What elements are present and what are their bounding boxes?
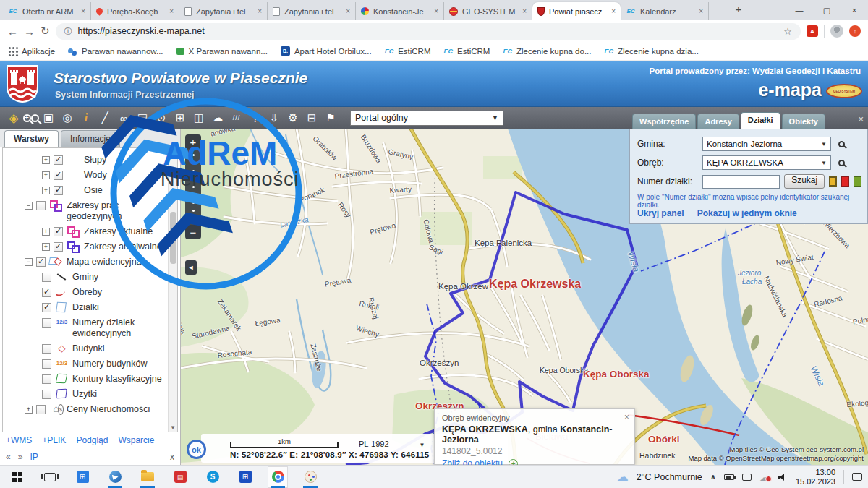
taskbar-app[interactable] xyxy=(105,466,125,488)
tray-expand-icon[interactable]: ∧ xyxy=(710,473,716,481)
layer-checkbox[interactable] xyxy=(42,390,51,399)
zoom-slider[interactable] xyxy=(185,149,201,225)
tab-close-icon[interactable]: × xyxy=(699,7,703,15)
tab-close-icon[interactable]: × xyxy=(522,7,527,15)
legend-square-yellow[interactable] xyxy=(829,176,837,187)
scroll-down-icon[interactable]: ▼ xyxy=(169,424,177,431)
browser-tab[interactable]: Powiat piasecz × xyxy=(532,2,621,20)
window-control-button[interactable]: — xyxy=(786,0,813,20)
browser-tab[interactable]: Konstancin-Je × xyxy=(356,2,444,20)
layer-checkbox[interactable] xyxy=(42,318,51,328)
layer-checkbox[interactable] xyxy=(42,344,51,354)
layer-tree-row[interactable]: Dzialki xyxy=(38,300,167,315)
bookmark-item[interactable]: EC EstiCRM xyxy=(385,47,431,56)
popup-close-icon[interactable]: × xyxy=(624,412,629,422)
toolbar-icon[interactable]: ⚙ xyxy=(284,109,302,127)
browser-tab[interactable]: Zapytania i tel × xyxy=(268,2,356,20)
profile-avatar[interactable] xyxy=(830,25,843,38)
layer-tree-row[interactable]: + Zakresy aktualne xyxy=(38,224,167,239)
bookmark-item[interactable]: X Parawan nawann... xyxy=(176,47,268,56)
tab-close-icon[interactable]: × xyxy=(81,7,85,15)
toolbar-icon[interactable]: ∞ xyxy=(114,109,133,127)
ip-link[interactable]: IP xyxy=(30,452,38,462)
browser-tab[interactable]: Poręba-Kocęb × xyxy=(91,2,179,20)
layer-label[interactable]: Zakresy prac geodezyjnych xyxy=(67,200,167,222)
reload-icon[interactable]: ↻ xyxy=(41,25,50,38)
toolbar-icon[interactable]: ☁ xyxy=(208,109,227,127)
panel-close-icon[interactable]: × xyxy=(858,114,864,124)
layer-label[interactable]: Zakresy aktualne xyxy=(84,226,153,237)
layer-tree-row[interactable]: + ⌂ Ceny Nieruchomości xyxy=(20,402,167,417)
layer-tree-row[interactable]: − Zakresy prac geodezyjnych xyxy=(20,198,167,224)
bookmark-item[interactable]: EC Zlecenie kupna dzia... xyxy=(605,47,699,56)
sidebar-footer-link[interactable]: Wsparcie xyxy=(118,435,154,445)
layer-label[interactable]: Gminy xyxy=(72,272,98,283)
layer-tree-row[interactable]: + Słupy xyxy=(38,153,167,168)
taskbar-app[interactable] xyxy=(300,466,320,488)
sidebar-footer-link[interactable]: +WMS xyxy=(6,435,32,445)
toolbar-icon[interactable]: ◫ xyxy=(190,109,208,127)
tree-expand-icon[interactable]: + xyxy=(42,243,50,251)
toolbar-icon[interactable]: /// xyxy=(227,109,246,127)
tree-expand-icon[interactable]: − xyxy=(25,202,33,210)
legend-square-red[interactable] xyxy=(841,176,849,187)
page-prev-link[interactable]: « xyxy=(6,452,11,462)
search-panel-tab[interactable]: Działki xyxy=(741,112,780,129)
tree-scrollbar[interactable]: ▲ ▼ xyxy=(168,148,177,432)
window-control-button[interactable]: × xyxy=(841,0,868,20)
browser-tab[interactable]: Zapytania i tel × xyxy=(179,2,268,20)
bookmark-star-icon[interactable]: ☆ xyxy=(783,26,792,37)
sidebar-tab[interactable]: Informacje xyxy=(61,130,120,147)
parcel-number-input[interactable] xyxy=(702,175,780,189)
toolbar-icon[interactable]: ? xyxy=(246,109,265,127)
tab-close-icon[interactable]: × xyxy=(611,7,616,15)
toolbar-icon[interactable]: ◎ xyxy=(58,109,77,127)
sidebar-footer-link[interactable]: +PLIK xyxy=(42,435,66,445)
page-info-icon[interactable]: ⓘ xyxy=(64,26,72,37)
taskbar-app[interactable]: ⊞ xyxy=(72,466,93,488)
onedrive-error-icon[interactable]: ☁ xyxy=(760,471,770,483)
forward-icon[interactable]: → xyxy=(24,25,35,38)
layer-tree-row[interactable]: ◇ Budynki xyxy=(38,341,167,356)
layer-tree-row[interactable]: − Mapa ewidencyjna xyxy=(20,254,167,270)
layer-tree-row[interactable]: Obreby xyxy=(38,285,167,300)
tree-expand-icon[interactable]: + xyxy=(42,156,50,164)
crs-selector[interactable]: PL-1992 xyxy=(359,440,389,448)
taskbar-app[interactable]: ⊞ xyxy=(235,466,255,488)
layer-checkbox[interactable] xyxy=(42,303,51,312)
layer-label[interactable]: Zakresy archiwalne xyxy=(84,241,162,252)
layer-label[interactable]: Ceny Nieruchomości xyxy=(67,404,150,415)
toolbar-icon[interactable]: i xyxy=(77,109,95,127)
layer-checkbox[interactable] xyxy=(36,257,46,267)
toolbar-icon[interactable]: ⚑ xyxy=(321,109,340,127)
zoom-to-icon[interactable]: + xyxy=(509,459,518,466)
tab-close-icon[interactable]: × xyxy=(169,7,174,15)
toolbar-icon[interactable]: ▣ xyxy=(39,109,58,127)
ok-button[interactable]: ok xyxy=(187,440,206,459)
taskbar-app[interactable] xyxy=(40,466,60,488)
taskbar-app[interactable]: ▤ xyxy=(170,466,190,488)
tree-expand-icon[interactable]: + xyxy=(42,228,50,236)
layer-tree-row[interactable]: 12/3 Numery budynków xyxy=(38,356,167,372)
layer-label[interactable]: Numery budynków xyxy=(72,359,148,369)
tree-expand-icon[interactable]: + xyxy=(42,171,50,179)
sidebar-collapse-button[interactable]: ◄ xyxy=(185,260,197,275)
toolbar-icon[interactable] xyxy=(31,114,39,122)
layer-checkbox[interactable] xyxy=(54,155,63,165)
taskbar-app[interactable] xyxy=(7,466,27,488)
bookmark-item[interactable]: Aplikacje xyxy=(9,47,55,56)
tab-close-icon[interactable]: × xyxy=(258,7,262,15)
browser-tab[interactable]: EC Oferta nr ARM × xyxy=(3,2,91,20)
single-window-link[interactable]: Pokazuj w jednym oknie xyxy=(697,208,797,218)
layer-checkbox[interactable] xyxy=(36,201,46,210)
layer-label[interactable]: Dzialki xyxy=(72,302,99,313)
toolbar-icon[interactable]: ⊙ xyxy=(152,109,171,127)
toolbar-icon[interactable]: ╱ xyxy=(95,109,114,127)
bookmark-item[interactable]: Parawan nawannow... xyxy=(68,47,163,56)
zoom-to-object-link[interactable]: Zbliż do obiektu xyxy=(442,458,503,465)
battery-icon[interactable] xyxy=(724,474,734,480)
layer-checkbox[interactable] xyxy=(42,374,51,384)
taskbar-clock[interactable]: 13:00 15.02.2023 xyxy=(796,468,835,487)
layer-checkbox[interactable] xyxy=(42,288,51,297)
toolbar-icon[interactable]: ⇩ xyxy=(265,109,284,127)
